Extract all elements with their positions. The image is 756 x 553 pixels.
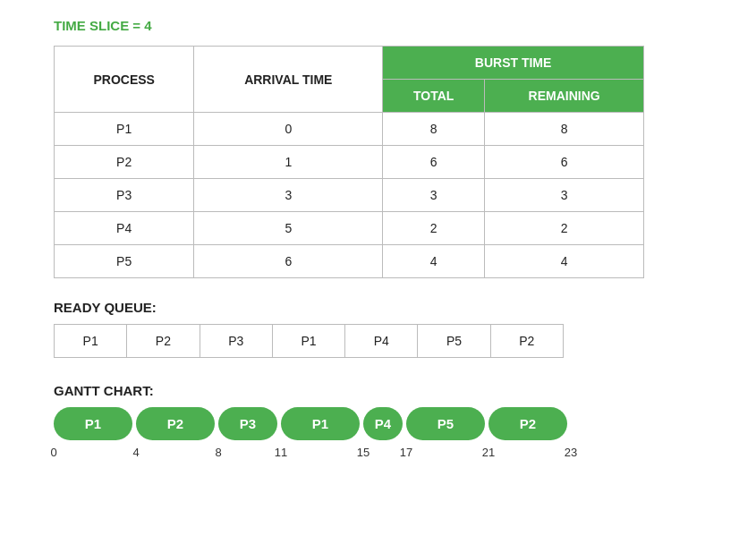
cell-total: 4 bbox=[383, 245, 485, 278]
ready-queue-item: P2 bbox=[127, 325, 200, 357]
ready-queue-item: P4 bbox=[345, 325, 418, 357]
col-header-remaining: REMAINING bbox=[485, 80, 644, 113]
table-row: P5644 bbox=[55, 245, 644, 278]
gantt-block: P5 bbox=[406, 407, 485, 440]
col-header-total: TOTAL bbox=[383, 80, 485, 113]
gantt-chart-label: GANTT CHART: bbox=[54, 383, 702, 398]
cell-arrival: 3 bbox=[194, 179, 383, 212]
cell-arrival: 5 bbox=[194, 212, 383, 245]
cell-process: P5 bbox=[55, 245, 194, 278]
gantt-tick: 8 bbox=[215, 446, 221, 459]
gantt-tick: 11 bbox=[275, 446, 287, 459]
cell-process: P4 bbox=[55, 212, 194, 245]
cell-remaining: 8 bbox=[485, 113, 644, 146]
cell-process: P1 bbox=[55, 113, 194, 146]
gantt-block: P1 bbox=[281, 407, 360, 440]
col-header-burst: BURST TIME bbox=[383, 47, 644, 80]
cell-remaining: 6 bbox=[485, 146, 644, 179]
ready-queue-item: P3 bbox=[200, 325, 273, 357]
table-row: P4522 bbox=[55, 212, 644, 245]
ready-queue-item: P1 bbox=[273, 325, 345, 357]
cell-remaining: 4 bbox=[485, 245, 644, 278]
process-table: PROCESS ARRIVAL TIME BURST TIME TOTAL RE… bbox=[54, 46, 644, 278]
cell-arrival: 1 bbox=[194, 146, 383, 179]
table-row: P3333 bbox=[55, 179, 644, 212]
ready-queue-item: P1 bbox=[55, 325, 127, 357]
cell-total: 6 bbox=[383, 146, 485, 179]
cell-remaining: 2 bbox=[485, 212, 644, 245]
cell-arrival: 0 bbox=[194, 113, 383, 146]
gantt-block: P1 bbox=[54, 407, 132, 440]
gantt-chart: P1P2P3P1P4P5P2 0481115172123 bbox=[54, 407, 644, 467]
gantt-tick: 23 bbox=[565, 446, 577, 459]
cell-process: P2 bbox=[55, 146, 194, 179]
col-header-process: PROCESS bbox=[55, 47, 194, 113]
cell-arrival: 6 bbox=[194, 245, 383, 278]
ready-queue: P1P2P3P1P4P5P2 bbox=[54, 324, 564, 358]
cell-remaining: 3 bbox=[485, 179, 644, 212]
cell-process: P3 bbox=[55, 179, 194, 212]
time-slice-label: TIME SLICE = 4 bbox=[54, 18, 702, 33]
cell-total: 3 bbox=[383, 179, 485, 212]
gantt-block: P2 bbox=[488, 407, 567, 440]
table-row: P2166 bbox=[55, 146, 644, 179]
gantt-block: P4 bbox=[363, 407, 403, 440]
gantt-tick: 17 bbox=[400, 446, 412, 459]
ready-queue-item: P5 bbox=[418, 325, 490, 357]
ready-queue-item: P2 bbox=[491, 325, 563, 357]
col-header-arrival: ARRIVAL TIME bbox=[194, 47, 383, 113]
gantt-tick: 15 bbox=[357, 446, 370, 459]
ready-queue-label: READY QUEUE: bbox=[54, 300, 702, 315]
cell-total: 8 bbox=[383, 113, 485, 146]
gantt-block: P3 bbox=[218, 407, 277, 440]
gantt-tick: 21 bbox=[482, 446, 495, 459]
gantt-tick: 4 bbox=[132, 446, 139, 459]
table-row: P1088 bbox=[55, 113, 644, 146]
gantt-block: P2 bbox=[136, 407, 215, 440]
cell-total: 2 bbox=[383, 212, 485, 245]
gantt-tick: 0 bbox=[50, 446, 56, 459]
